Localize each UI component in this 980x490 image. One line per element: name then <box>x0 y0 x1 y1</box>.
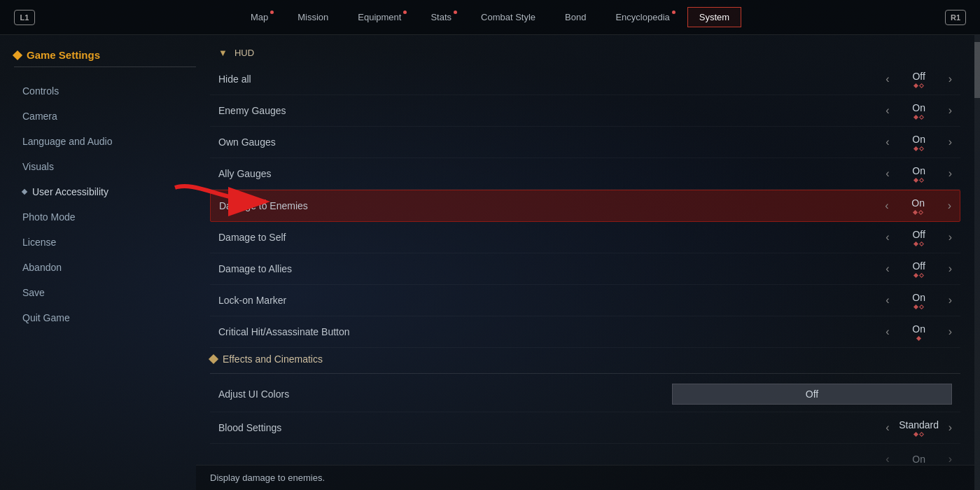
sidebar-item-language-audio[interactable]: Language and Audio <box>14 129 196 154</box>
arrow-right-icon[interactable]: › <box>948 231 952 244</box>
arrow-left-icon[interactable]: ‹ <box>886 421 889 434</box>
dot-filled <box>913 83 918 88</box>
equipment-notification-dot <box>403 10 407 14</box>
arrow-right-icon[interactable]: › <box>948 421 952 434</box>
setting-own-gauges[interactable]: Own Gauges ‹ On › <box>210 127 960 158</box>
arrow-right-icon[interactable]: › <box>948 200 951 212</box>
r1-button[interactable]: R1 <box>945 10 966 25</box>
arrow-left-icon[interactable]: ‹ <box>886 104 889 117</box>
sidebar-item-camera[interactable]: Camera <box>14 104 196 129</box>
arrow-left-icon[interactable]: ‹ <box>886 73 889 85</box>
sidebar-item-user-accessibility[interactable]: User Accessibility <box>14 179 196 204</box>
nav-encyclopedia[interactable]: Encyclopedia <box>603 7 681 27</box>
nav-bond[interactable]: Bond <box>553 7 598 27</box>
setting-enemy-gauges[interactable]: Enemy Gauges ‹ On › <box>210 95 960 127</box>
arrow-left-icon[interactable]: ‹ <box>886 294 889 307</box>
setting-dots <box>914 84 923 88</box>
setting-lock-on[interactable]: Lock-on Marker ‹ On › <box>210 285 960 316</box>
sidebar-title-diamond <box>13 50 22 59</box>
scrollbar-track[interactable] <box>974 35 980 490</box>
sidebar-item-quit-game[interactable]: Quit Game <box>14 305 196 330</box>
nav-map[interactable]: Map <box>239 7 280 27</box>
arrow-right-icon[interactable]: › <box>948 136 952 148</box>
setting-damage-allies[interactable]: Damage to Allies ‹ Off › <box>210 253 960 285</box>
sidebar-item-controls[interactable]: Controls <box>14 78 196 104</box>
arrow-left-icon[interactable]: ‹ <box>885 200 888 212</box>
sidebar-title: Game Settings <box>14 49 196 67</box>
arrow-left-icon[interactable]: ‹ <box>886 326 889 338</box>
nav-mission[interactable]: Mission <box>286 7 340 27</box>
section-diamond-icon <box>209 354 218 364</box>
encyclopedia-notification-dot <box>672 10 676 14</box>
arrow-left-icon[interactable]: ‹ <box>886 262 889 275</box>
arrow-right-icon[interactable]: › <box>948 167 952 180</box>
scrollbar-thumb[interactable] <box>974 42 980 98</box>
arrow-right-icon[interactable]: › <box>948 294 952 307</box>
arrow-right-icon[interactable]: › <box>948 73 952 85</box>
active-diamond <box>22 189 27 195</box>
bottom-hint-bar: Display damage to enemies. <box>196 465 974 490</box>
setting-adjust-ui-colors[interactable]: Adjust UI Colors Off <box>210 377 960 412</box>
sidebar-item-visuals[interactable]: Visuals <box>14 154 196 179</box>
map-notification-dot <box>270 10 274 14</box>
stats-notification-dot <box>454 10 457 14</box>
setting-damage-enemies[interactable]: Damage to Enemies ‹ On › <box>210 190 960 222</box>
setting-hide-all[interactable]: Hide all ‹ Off › <box>210 64 960 95</box>
setting-ally-gauges[interactable]: Ally Gauges ‹ On › <box>210 158 960 190</box>
setting-critical-hit[interactable]: Critical Hit/Assassinate Button ‹ On › <box>210 316 960 348</box>
nav-equipment[interactable]: Equipment <box>346 7 413 27</box>
arrow-left-icon[interactable]: ‹ <box>886 136 889 148</box>
dot-outline <box>919 83 924 88</box>
hud-partial-header: ▼ HUD <box>210 42 960 64</box>
effects-section-header: Effects and Cinematics <box>210 348 960 374</box>
arrow-right-icon[interactable]: › <box>948 104 952 117</box>
main-layout: Game Settings Controls Camera Language a… <box>0 35 980 490</box>
setting-partial-row[interactable]: ‹ On › <box>210 444 960 465</box>
nav-stats[interactable]: Stats <box>419 7 463 27</box>
arrow-right-icon[interactable]: › <box>948 262 952 275</box>
sidebar-item-license[interactable]: License <box>14 230 196 255</box>
chevron-down-icon: ▼ <box>218 48 227 58</box>
l1-button[interactable]: L1 <box>14 10 35 25</box>
arrow-left-icon[interactable]: ‹ <box>886 231 889 244</box>
adjust-ui-colors-button[interactable]: Off <box>672 384 952 405</box>
sidebar-item-abandon[interactable]: Abandon <box>14 255 196 280</box>
sidebar: Game Settings Controls Camera Language a… <box>0 35 196 490</box>
top-navigation: L1 Map Mission Equipment Stats Combat St… <box>0 0 980 35</box>
setting-blood-settings[interactable]: Blood Settings ‹ Standard › <box>210 412 960 444</box>
setting-value-wrap: Off <box>898 71 940 88</box>
content-area: ▼ HUD Hide all ‹ Off › Enemy Gauges ‹ <box>196 35 974 490</box>
sidebar-item-photo-mode[interactable]: Photo Mode <box>14 204 196 230</box>
sidebar-item-save[interactable]: Save <box>14 280 196 305</box>
arrow-left-icon[interactable]: ‹ <box>886 167 889 180</box>
arrow-right-icon[interactable]: › <box>948 326 952 338</box>
arrow-right-icon[interactable]: › <box>948 453 952 465</box>
settings-panel[interactable]: ▼ HUD Hide all ‹ Off › Enemy Gauges ‹ <box>196 35 974 465</box>
setting-damage-self[interactable]: Damage to Self ‹ Off › <box>210 222 960 253</box>
arrow-left-icon[interactable]: ‹ <box>886 453 889 465</box>
nav-system[interactable]: System <box>687 7 741 27</box>
nav-combat-style[interactable]: Combat Style <box>469 7 547 27</box>
